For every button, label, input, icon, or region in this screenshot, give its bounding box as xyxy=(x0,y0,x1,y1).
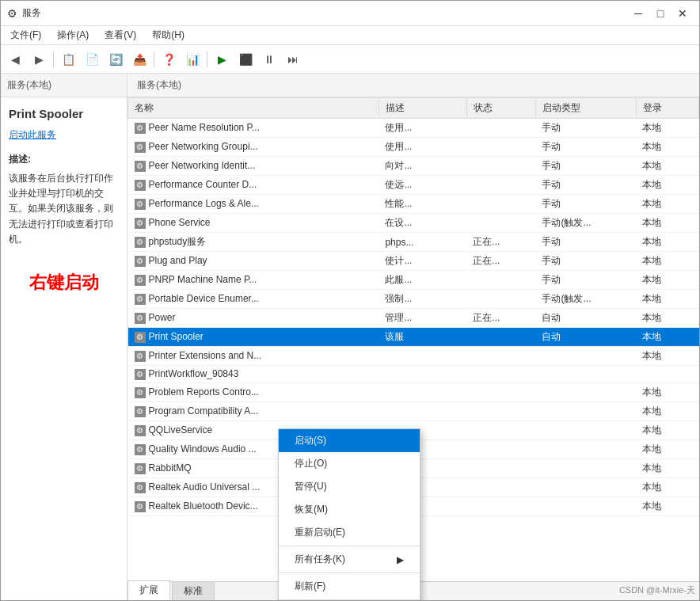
service-status-cell xyxy=(466,328,535,347)
toolbar-sep-1 xyxy=(53,51,54,67)
col-header-desc[interactable]: 描述 xyxy=(379,98,466,119)
table-row[interactable]: ⚙Printer Extensions and N...本地 xyxy=(128,347,699,366)
service-name-cell: ⚙Plug and Play xyxy=(128,252,379,271)
table-row[interactable]: ⚙Performance Logs & Ale...性能...手动本地 xyxy=(128,195,699,214)
service-icon: ⚙ xyxy=(135,275,146,286)
table-row[interactable]: ⚙Plug and Play使计...正在...手动本地 xyxy=(128,252,699,271)
service-login-cell: 本地 xyxy=(636,271,698,290)
table-row[interactable]: ⚙Phone Service在设...手动(触发...本地 xyxy=(128,214,699,233)
left-panel-header: 服务(本地) xyxy=(1,74,127,97)
service-icon: ⚙ xyxy=(135,237,146,248)
service-status-cell xyxy=(466,176,535,195)
pause-service-button[interactable]: ⏸ xyxy=(258,48,280,70)
table-row[interactable]: ⚙Power管理...正在...自动本地 xyxy=(128,309,699,328)
service-login-cell: 本地 xyxy=(636,157,698,176)
service-status-cell xyxy=(466,477,535,496)
col-header-name[interactable]: 名称 xyxy=(128,98,379,119)
col-header-login[interactable]: 登录 xyxy=(636,98,698,119)
service-login-cell: 本地 xyxy=(636,458,698,477)
forward-button[interactable]: ▶ xyxy=(28,48,50,70)
service-icon: ⚙ xyxy=(135,180,146,191)
service-icon: ⚙ xyxy=(135,256,146,267)
menu-file[interactable]: 文件(F) xyxy=(4,27,48,44)
title-bar-left: ⚙ 服务 xyxy=(7,6,41,20)
service-desc-cell: 强制... xyxy=(379,290,466,309)
service-login-cell: 本地 xyxy=(636,328,698,347)
service-status-cell xyxy=(466,271,535,290)
service-startup-cell: 手动 xyxy=(535,195,636,214)
service-startup-cell: 手动(触发... xyxy=(535,214,636,233)
service-desc-cell: 性能... xyxy=(379,195,466,214)
service-status-cell xyxy=(466,119,535,138)
service-desc-cell xyxy=(379,347,466,366)
table-row[interactable]: ⚙Peer Networking Identit...向对...手动本地 xyxy=(128,157,699,176)
help-button[interactable]: ❓ xyxy=(158,48,180,70)
minimize-button[interactable]: ─ xyxy=(628,6,649,21)
service-desc-cell: 在设... xyxy=(379,214,466,233)
menu-help[interactable]: 帮助(H) xyxy=(146,27,191,44)
service-name-cell: ⚙PNRP Machine Name P... xyxy=(128,271,379,290)
menu-action[interactable]: 操作(A) xyxy=(51,27,95,44)
table-row[interactable]: ⚙Peer Name Resolution P...使用...手动本地 xyxy=(128,119,699,138)
service-startup-cell xyxy=(535,477,636,496)
table-row[interactable]: ⚙PNRP Machine Name P...此服...手动本地 xyxy=(128,271,699,290)
service-icon: ⚙ xyxy=(135,313,146,324)
tab-standard[interactable]: 标准 xyxy=(172,581,215,600)
service-icon: ⚙ xyxy=(135,351,146,362)
tab-expand[interactable]: 扩展 xyxy=(127,580,170,600)
service-login-cell: 本地 xyxy=(636,496,698,515)
col-header-startup[interactable]: 启动类型 xyxy=(535,98,636,119)
start-service-link[interactable]: 启动此服务 xyxy=(9,128,119,142)
table-row[interactable]: ⚙Program Compatibility A...本地 xyxy=(128,401,699,420)
left-panel: 服务(本地) Print Spooler 启动此服务 描述: 该服务在后台执行打… xyxy=(1,74,127,600)
start-service-button[interactable]: ▶ xyxy=(211,48,233,70)
context-menu-item-停止(O)[interactable]: 停止(O) xyxy=(279,452,420,475)
resume-service-button[interactable]: ⏭ xyxy=(282,48,304,70)
description-label: 描述: xyxy=(9,153,119,166)
properties-button[interactable]: 📄 xyxy=(81,48,103,70)
table-row[interactable]: ⚙Print Spooler该服自动本地 xyxy=(128,328,699,347)
service-status-cell xyxy=(466,401,535,420)
context-menu-item-重新启动(E)[interactable]: 重新启动(E) xyxy=(279,521,420,544)
context-menu-item-启动(S)[interactable]: 启动(S) xyxy=(279,429,420,452)
table-row[interactable]: ⚙PrintWorkflow_90843 xyxy=(128,366,699,383)
service-status-cell xyxy=(466,420,535,439)
service-login-cell: 本地 xyxy=(636,119,698,138)
context-menu-item-刷新(F)[interactable]: 刷新(F) xyxy=(279,575,420,598)
context-menu-item-暂停(U)[interactable]: 暂停(U) xyxy=(279,475,420,498)
back-button[interactable]: ◀ xyxy=(4,48,26,70)
service-name-cell: ⚙PrintWorkflow_90843 xyxy=(128,366,379,383)
service-startup-cell xyxy=(535,382,636,401)
service-name-cell: ⚙Peer Networking Identit... xyxy=(128,157,379,176)
service-login-cell xyxy=(636,366,698,383)
table-row[interactable]: ⚙Peer Networking Groupi...使用...手动本地 xyxy=(128,138,699,157)
service-status-cell: 正在... xyxy=(466,252,535,271)
title-bar: ⚙ 服务 ─ □ ✕ xyxy=(1,1,699,26)
col-header-status[interactable]: 状态 xyxy=(466,98,535,119)
context-menu-sep-7 xyxy=(279,572,420,573)
main-window: ⚙ 服务 ─ □ ✕ 文件(F) 操作(A) 查看(V) 帮助(H) ◀ ▶ 📋… xyxy=(0,0,700,601)
refresh-button[interactable]: 🔄 xyxy=(105,48,127,70)
context-menu-item-恢复(M)[interactable]: 恢复(M) xyxy=(279,498,420,521)
table-row[interactable]: ⚙Portable Device Enumer...强制...手动(触发...本… xyxy=(128,290,699,309)
service-icon: ⚙ xyxy=(135,123,146,134)
close-button[interactable]: ✕ xyxy=(672,6,693,21)
console-button[interactable]: 📊 xyxy=(181,48,204,70)
export-button[interactable]: 📤 xyxy=(128,48,150,70)
table-row[interactable]: ⚙Problem Reports Contro...本地 xyxy=(128,382,699,401)
service-startup-cell: 手动 xyxy=(535,233,636,252)
service-icon: ⚙ xyxy=(135,387,146,398)
service-status-cell xyxy=(466,382,535,401)
service-login-cell: 本地 xyxy=(636,309,698,328)
maximize-button[interactable]: □ xyxy=(650,6,671,21)
right-panel: 服务(本地) 名称 描述 状态 启动类型 登录 ⚙Peer Name Resol… xyxy=(127,74,699,600)
stop-service-button[interactable]: ⬛ xyxy=(234,48,257,70)
table-row[interactable]: ⚙phpstudy服务phps...正在...手动本地 xyxy=(128,233,699,252)
show-hide-button[interactable]: 📋 xyxy=(57,48,79,70)
table-row[interactable]: ⚙Performance Counter D...使远...手动本地 xyxy=(128,176,699,195)
menu-view[interactable]: 查看(V) xyxy=(98,27,143,44)
service-desc-cell: 向对... xyxy=(379,157,466,176)
service-login-cell: 本地 xyxy=(636,233,698,252)
context-menu-item-所有任务(K)[interactable]: 所有任务(K)▶ xyxy=(279,548,420,571)
toolbar-sep-3 xyxy=(207,51,207,67)
